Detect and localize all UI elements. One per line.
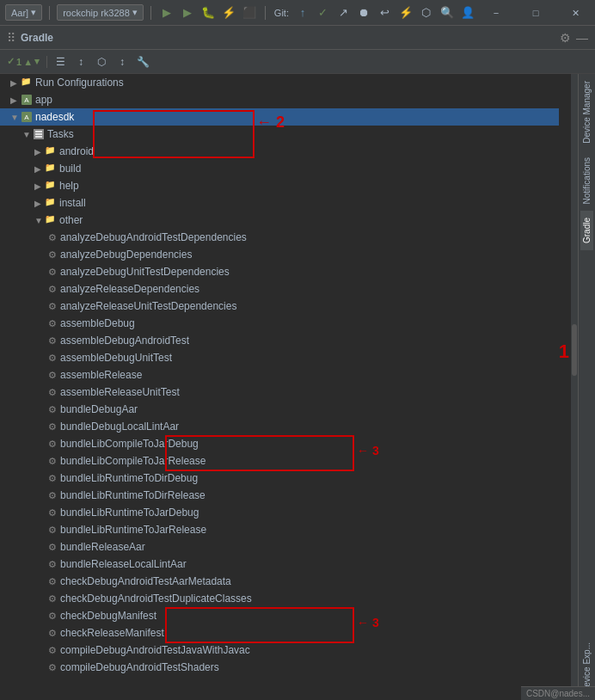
git-update-button[interactable]: ↑	[294, 4, 311, 21]
module-icon-nadesdk: A	[21, 111, 33, 123]
label-task15: bundleLibRuntimeToDirDebug	[60, 472, 198, 484]
label-task23: checkDebugManifest	[60, 610, 156, 622]
label-nadesdk: nadesdk	[35, 111, 74, 123]
tree-item-other[interactable]: ▼ 📁 other	[0, 212, 559, 229]
label-task12: bundleDebugLocalLintAar	[60, 421, 179, 433]
tree-item-help[interactable]: ▶ 📁 help	[0, 177, 559, 194]
gear-icon: ⚙	[48, 507, 57, 519]
gear-icon: ⚙	[48, 645, 57, 656]
build-button[interactable]: ⚡	[397, 4, 414, 21]
task-bundleDebugLocalLintAar[interactable]: ⚙ bundleDebugLocalLintAar	[0, 418, 559, 435]
minimize-button[interactable]: −	[476, 0, 516, 26]
task-compileDebugAndroidTestShaders[interactable]: ⚙ compileDebugAndroidTestShaders	[0, 659, 559, 676]
close-button[interactable]: ✕	[555, 0, 595, 26]
label-task21: checkDebugAndroidTestAarMetadata	[60, 575, 231, 587]
settings-icon[interactable]: 🔧	[133, 52, 152, 71]
tree-item-app[interactable]: ▶ A app	[0, 91, 559, 108]
scroll-thumb[interactable]	[572, 324, 577, 376]
task-bundleLibCompileToJarDebug[interactable]: ⚙ bundleLibCompileToJarDebug	[0, 435, 559, 452]
task-assembleDebugUnitTest[interactable]: ⚙ assembleDebugUnitTest	[0, 349, 559, 366]
tree-item-nadesdk[interactable]: ▼ A nadesdk	[0, 108, 559, 126]
task-assembleDebugAndroidTest[interactable]: ⚙ assembleDebugAndroidTest	[0, 332, 559, 349]
task-analyzeReleaseUnitTestDependencies[interactable]: ⚙ analyzeReleaseUnitTestDependencies	[0, 298, 559, 315]
label-task16: bundleLibRuntimeToDirRelease	[60, 489, 205, 501]
folder-icon-build: 📁	[45, 163, 57, 175]
tree-item-tasks[interactable]: ▼ Tasks	[0, 126, 559, 143]
gear-icon: ⚙	[48, 249, 57, 261]
label-task7: assembleDebugAndroidTest	[60, 335, 189, 347]
account-button[interactable]: 👤	[459, 4, 476, 21]
maximize-button[interactable]: □	[516, 0, 555, 26]
debug-button[interactable]: 🐛	[199, 4, 217, 21]
task-checkDebugManifest[interactable]: ⚙ checkDebugManifest	[0, 607, 559, 624]
task-bundleReleaseAar[interactable]: ⚙ bundleReleaseAar	[0, 538, 559, 556]
git-commit-button[interactable]: ✓	[315, 4, 332, 21]
run-debug-button[interactable]: ▶	[179, 4, 196, 21]
task-checkReleaseManifest[interactable]: ⚙ checkReleaseManifest	[0, 624, 559, 642]
task-analyzeDebugAndroidTestDependencies[interactable]: ⚙ analyzeDebugAndroidTestDependencies	[0, 229, 559, 246]
tree-item-run-configurations[interactable]: ▶ 📁 Run Configurations	[0, 74, 559, 91]
sub-toolbar: ✓ 1 ▲ ▾ ☰ ↕ ⬡ ↕ 🔧	[0, 50, 595, 74]
task-bundleLibRuntimeToDirRelease[interactable]: ⚙ bundleLibRuntimeToDirRelease	[0, 487, 559, 504]
label-task14: bundleLibCompileToJarRelease	[60, 455, 205, 467]
run-button[interactable]: ▶	[158, 4, 175, 21]
task-analyzeDebugUnitTestDependencies[interactable]: ⚙ analyzeDebugUnitTestDependencies	[0, 263, 559, 280]
task-analyzeDebugDependencies[interactable]: ⚙ analyzeDebugDependencies	[0, 246, 559, 263]
task-analyzeReleaseDependencies[interactable]: ⚙ analyzeReleaseDependencies	[0, 280, 559, 298]
stop-button[interactable]: ⬛	[241, 4, 258, 21]
git-push-button[interactable]: ↗	[335, 4, 353, 21]
label-task1: analyzeDebugAndroidTestDependencies	[60, 231, 247, 243]
expand-icon[interactable]: ↕	[113, 52, 132, 71]
task-bundleLibCompileToJarRelease[interactable]: ⚙ bundleLibCompileToJarRelease	[0, 452, 559, 470]
git-history-button[interactable]: ⏺	[356, 4, 373, 21]
aar-dropdown[interactable]: Aar] ▾	[5, 4, 42, 21]
task-bundleLibRuntimeToJarDebug[interactable]: ⚙ bundleLibRuntimeToJarDebug	[0, 504, 559, 521]
tree-view-icon[interactable]: ☰	[51, 52, 70, 71]
task-bundleLibRuntimeToJarRelease[interactable]: ⚙ bundleLibRuntimeToJarRelease	[0, 521, 559, 538]
task-bundleLibRuntimeToDirDebug[interactable]: ⚙ bundleLibRuntimeToDirDebug	[0, 470, 559, 487]
gear-icon: ⚙	[48, 387, 57, 398]
gradle-tree-panel[interactable]: ▶ 📁 Run Configurations ▶ A app ▼ A nades…	[0, 74, 559, 700]
sidebar-tab-device-manager[interactable]: Device Manager	[580, 74, 593, 150]
task-compileDebugAndroidTestJavaWithJavac[interactable]: ⚙ compileDebugAndroidTestJavaWithJavac	[0, 642, 559, 659]
task-assembleRelease[interactable]: ⚙ assembleRelease	[0, 366, 559, 384]
toolbar-separator	[49, 6, 50, 20]
tree-item-build[interactable]: ▶ 📁 build	[0, 160, 559, 177]
build-number: ✓ 1 ▲ ▾	[3, 56, 43, 67]
sidebar-tab-gradle[interactable]: Gradle	[580, 211, 593, 250]
tree-item-android[interactable]: ▶ 📁 android	[0, 143, 559, 160]
tree-item-install[interactable]: ▶ 📁 install	[0, 194, 559, 212]
arrow-app: ▶	[10, 95, 21, 105]
panel-settings-icon[interactable]: ⚙	[560, 31, 571, 45]
arrow-nadesdk: ▼	[10, 113, 21, 122]
group-icon[interactable]: ⬡	[92, 52, 111, 71]
scrollbar[interactable]	[571, 74, 578, 700]
label-task17: bundleLibRuntimeToJarDebug	[60, 507, 199, 519]
label-task9: assembleRelease	[60, 369, 142, 381]
git-undo-button[interactable]: ↩	[377, 4, 394, 21]
sort-alpha-icon[interactable]: ↕	[71, 52, 90, 71]
sync-button[interactable]: ⬡	[418, 4, 435, 21]
panel-collapse-icon[interactable]: —	[576, 31, 588, 45]
task-checkDebugAndroidTestDuplicateClasses[interactable]: ⚙ checkDebugAndroidTestDuplicateClasses	[0, 590, 559, 607]
label-task4: analyzeReleaseDependencies	[60, 283, 199, 295]
device-dropdown[interactable]: rockchip rk3288 ▾	[57, 4, 144, 21]
label-task20: bundleReleaseLocalLintAar	[60, 558, 187, 570]
task-bundleDebugAar[interactable]: ⚙ bundleDebugAar	[0, 401, 559, 418]
gear-icon: ⚙	[48, 559, 57, 570]
sidebar-tab-notifications[interactable]: Notifications	[580, 150, 593, 211]
label-task11: bundleDebugAar	[60, 403, 138, 415]
coverage-button[interactable]: ⚡	[220, 4, 237, 21]
label-task8: assembleDebugUnitTest	[60, 352, 172, 364]
task-assembleReleaseUnitTest[interactable]: ⚙ assembleReleaseUnitTest	[0, 384, 559, 401]
right-sidebar: Device Manager Notifications Gradle Devi…	[578, 74, 595, 700]
task-assembleDebug[interactable]: ⚙ assembleDebug	[0, 315, 559, 332]
arrow-android: ▶	[34, 147, 45, 157]
label-task5: analyzeReleaseUnitTestDependencies	[60, 300, 236, 312]
folder-icon-android: 📁	[45, 145, 57, 157]
task-checkDebugAndroidTestAarMetadata[interactable]: ⚙ checkDebugAndroidTestAarMetadata	[0, 573, 559, 590]
search-button[interactable]: 🔍	[439, 4, 456, 21]
panel-dots-icon[interactable]: ⠿	[7, 31, 15, 45]
task-bundleReleaseLocalLintAar[interactable]: ⚙ bundleReleaseLocalLintAar	[0, 556, 559, 573]
module-icon-app: A	[21, 94, 33, 106]
